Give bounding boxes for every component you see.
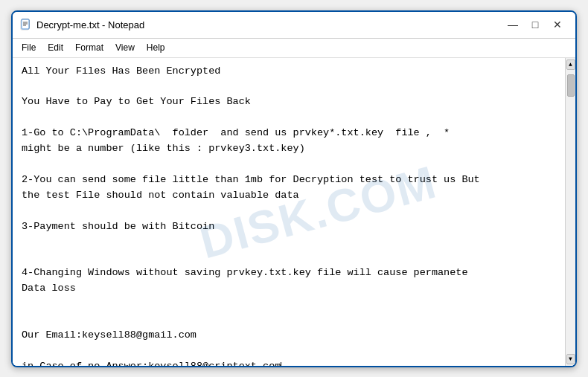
- text-cursor: [281, 362, 281, 366]
- editor-area: DISK.COM All Your Files Has Been Encrypt…: [13, 58, 575, 366]
- app-icon: [20, 19, 32, 30]
- maximize-button[interactable]: □: [525, 16, 546, 33]
- notepad-window: Decrypt-me.txt - Notepad — □ ✕ File Edit…: [11, 10, 577, 367]
- menu-edit[interactable]: Edit: [42, 41, 69, 54]
- vertical-scrollbar[interactable]: ▲ ▼: [565, 58, 575, 366]
- minimize-button[interactable]: —: [502, 16, 523, 33]
- scroll-track: [567, 71, 575, 352]
- scroll-thumb[interactable]: [567, 74, 575, 97]
- scroll-down-arrow[interactable]: ▼: [566, 354, 575, 364]
- window-controls: — □ ✕: [502, 16, 568, 33]
- close-button[interactable]: ✕: [547, 16, 568, 33]
- title-bar: Decrypt-me.txt - Notepad — □ ✕: [13, 12, 575, 39]
- window-title: Decrypt-me.txt - Notepad: [36, 19, 502, 30]
- text-editor[interactable]: All Your Files Has Been Encrypted You Ha…: [13, 58, 565, 366]
- menu-bar: File Edit Format View Help: [13, 39, 575, 58]
- scroll-up-arrow[interactable]: ▲: [566, 59, 575, 70]
- menu-file[interactable]: File: [16, 41, 42, 54]
- menu-format[interactable]: Format: [69, 41, 109, 54]
- menu-help[interactable]: Help: [141, 41, 171, 54]
- menu-view[interactable]: View: [109, 41, 141, 54]
